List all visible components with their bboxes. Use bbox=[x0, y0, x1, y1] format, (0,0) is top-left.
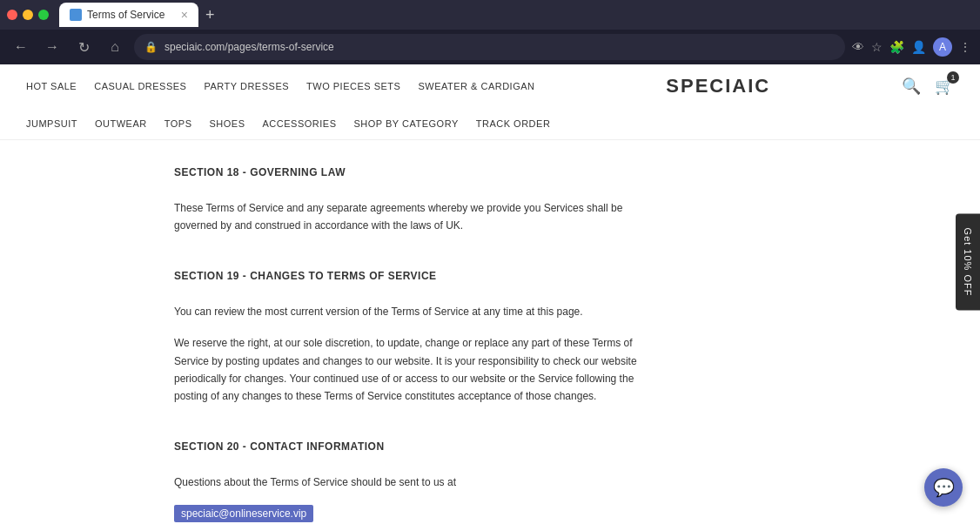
nav-casual-dresses[interactable]: CASUAL DRESSES bbox=[94, 81, 186, 91]
site-logo[interactable]: SPECIAIC bbox=[535, 75, 902, 97]
contact-email-link[interactable]: speciaic@onlineservice.vip bbox=[174, 505, 313, 522]
section-18-block: SECTION 18 - GOVERNING LAW These Terms o… bbox=[174, 166, 954, 235]
section-20-block: SECTION 20 - CONTACT INFORMATION Questio… bbox=[174, 440, 954, 522]
browser-nav-bar: ← → ↻ ⌂ 🔒 speciaic.com/pages/terms-of-se… bbox=[0, 30, 980, 64]
lock-icon: 🔒 bbox=[144, 41, 158, 53]
extensions-icon[interactable]: 🧩 bbox=[889, 40, 904, 54]
nav-top-right: 🔍 🛒 1 bbox=[902, 77, 954, 96]
chat-widget[interactable]: 💬 bbox=[924, 468, 963, 507]
nav-hot-sale[interactable]: HOT SALE bbox=[26, 81, 77, 91]
site-navigation: HOT SALE CASUAL DRESSES PARTY DRESSES TW… bbox=[0, 64, 980, 140]
cart-button[interactable]: 🛒 1 bbox=[935, 77, 954, 96]
tab-title: Terms of Service bbox=[87, 9, 164, 21]
nav-top-row: HOT SALE CASUAL DRESSES PARTY DRESSES TW… bbox=[26, 64, 954, 108]
minimize-window-icon[interactable] bbox=[23, 10, 33, 20]
tab-favicon bbox=[70, 9, 82, 21]
website-content: HOT SALE CASUAL DRESSES PARTY DRESSES TW… bbox=[0, 64, 980, 524]
reload-button[interactable]: ↻ bbox=[71, 35, 96, 59]
section-19-block: SECTION 19 - CHANGES TO TERMS OF SERVICE… bbox=[174, 270, 954, 406]
browser-tab-bar: Terms of Service × + bbox=[0, 0, 980, 30]
nav-track-order[interactable]: TRACK ORDER bbox=[476, 118, 551, 129]
forward-button[interactable]: → bbox=[40, 35, 64, 59]
close-tab-icon[interactable]: × bbox=[181, 8, 188, 22]
window-controls bbox=[7, 10, 49, 20]
nav-outwear[interactable]: OUTWEAR bbox=[95, 118, 147, 129]
active-tab[interactable]: Terms of Service × bbox=[59, 3, 198, 27]
back-button[interactable]: ← bbox=[9, 35, 33, 59]
section-19-text2: We reserve the right, at our sole discre… bbox=[174, 334, 653, 406]
url-text: speciaic.com/pages/terms-of-service bbox=[164, 41, 334, 53]
close-window-icon[interactable] bbox=[7, 10, 17, 20]
section-18-text: These Terms of Service and any separate … bbox=[174, 199, 653, 235]
search-icon: 🔍 bbox=[902, 77, 921, 95]
section-20-text: Questions about the Terms of Service sho… bbox=[174, 474, 653, 491]
nav-shop-by-category[interactable]: SHOP BY CATEGORY bbox=[353, 118, 458, 129]
section-19-heading: SECTION 19 - CHANGES TO TERMS OF SERVICE bbox=[174, 270, 954, 282]
account-icon[interactable]: 👤 bbox=[911, 40, 926, 54]
new-tab-button[interactable]: + bbox=[205, 6, 215, 24]
nav-two-pieces[interactable]: TWO PIECES SETS bbox=[306, 81, 400, 91]
home-button[interactable]: ⌂ bbox=[103, 35, 127, 59]
nav-sweater[interactable]: SWEATER & CARDIGAN bbox=[418, 81, 534, 91]
nav-top-left: HOT SALE CASUAL DRESSES PARTY DRESSES TW… bbox=[26, 81, 535, 91]
profile-avatar[interactable]: A bbox=[933, 37, 952, 57]
nav-accessories[interactable]: ACCESSORIES bbox=[263, 118, 337, 129]
eye-slash-icon[interactable]: 👁 bbox=[852, 40, 864, 54]
maximize-window-icon[interactable] bbox=[38, 10, 49, 20]
section-18-heading: SECTION 18 - GOVERNING LAW bbox=[174, 166, 954, 178]
discount-widget[interactable]: Get 10% OFF bbox=[956, 214, 980, 311]
nav-shoes[interactable]: SHOES bbox=[210, 118, 245, 129]
menu-icon[interactable]: ⋮ bbox=[959, 40, 971, 54]
section-20-heading: SECTION 20 - CONTACT INFORMATION bbox=[174, 440, 954, 453]
nav-tops[interactable]: TOPS bbox=[164, 118, 192, 129]
main-content: SECTION 18 - GOVERNING LAW These Terms o… bbox=[0, 140, 980, 524]
address-bar[interactable]: 🔒 speciaic.com/pages/terms-of-service bbox=[134, 34, 845, 60]
nav-bottom-row: JUMPSUIT OUTWEAR TOPS SHOES ACCESSORIES … bbox=[26, 108, 954, 139]
browser-nav-icons: 👁 ☆ 🧩 👤 A ⋮ bbox=[852, 37, 971, 57]
nav-jumpsuit[interactable]: JUMPSUIT bbox=[26, 118, 77, 129]
section-19-text1: You can review the most current version … bbox=[174, 303, 653, 320]
cart-badge: 1 bbox=[947, 71, 959, 84]
nav-party-dresses[interactable]: PARTY DRESSES bbox=[204, 81, 289, 91]
search-button[interactable]: 🔍 bbox=[902, 77, 921, 96]
bookmark-icon[interactable]: ☆ bbox=[871, 40, 883, 54]
